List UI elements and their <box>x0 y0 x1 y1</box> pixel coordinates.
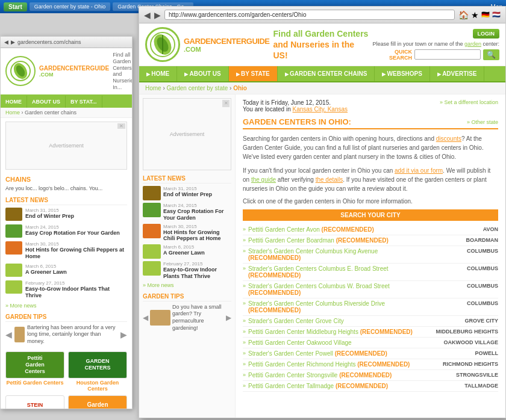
recommended-badge-10: (RECOMMENDED) <box>335 350 387 357</box>
browser-home-icon[interactable]: 🏠 <box>458 10 469 20</box>
recommended-badge-5: (RECOMMENDED) <box>248 289 301 296</box>
intro-text-1: Searching for garden centers in Ohio wit… <box>243 134 498 161</box>
breadcrumb-home[interactable]: Home <box>145 85 161 91</box>
gc-name-4: Strader's Garden Centers Columbus E. Bro… <box>248 265 438 279</box>
bg-browser-bar: ◀ ▶ gardencenters.com/chains <box>1 37 132 48</box>
browser-chrome: ◀ ▶ http://www.gardencenters.com/garden-… <box>139 7 505 23</box>
gc-arrow-13: » <box>243 383 246 389</box>
nav-home[interactable]: HOME <box>139 66 177 81</box>
start-button[interactable]: Start <box>4 2 27 11</box>
gc-item-2[interactable]: » Pettiti Garden Center Boardman (RECOMM… <box>243 235 498 246</box>
sidebar-news-link-2[interactable]: Easy Crop Rotation For Your Garden <box>163 208 231 221</box>
sidebar-news-date-4: March 6, 2015 <box>163 244 205 250</box>
gc-city-4: COLUMBUS <box>438 265 498 271</box>
gc-arrow-8: » <box>243 329 246 335</box>
bg-news-item-4: March 6, 2015 A Greener Lawn <box>5 264 127 277</box>
search-go-button[interactable]: 🔍 <box>483 49 499 60</box>
guide-link[interactable]: the guide <box>251 176 276 183</box>
nav-webshops[interactable]: WEBSHOPS <box>375 66 430 81</box>
login-button[interactable]: LOGIN <box>473 29 500 39</box>
bg-tips-thumb <box>14 327 25 342</box>
bg-ad-x[interactable]: ✕ <box>117 123 125 129</box>
gc-item-8[interactable]: » Pettiti Garden Center Middleburg Heigh… <box>243 327 498 338</box>
browser-forward-btn[interactable]: ▶ <box>154 10 161 20</box>
bg-nav-home[interactable]: HOME <box>1 96 27 108</box>
bg-logo-area: GARDENCENTERGUIDE .COM Find all Garden C… <box>1 48 132 96</box>
set-location[interactable]: » Set a different location <box>440 99 498 105</box>
gc-item-9[interactable]: » Pettiti Garden Center Oakwood Village … <box>243 338 498 348</box>
bg-chain-logo-stein[interactable]: STEINgarden & gifts Stein Garden & Gifts <box>5 395 64 409</box>
bg-news-content-2: March 24, 2015 Easy Crop Rotation For Yo… <box>25 224 120 236</box>
breadcrumb-state[interactable]: Garden center by state <box>167 85 228 91</box>
browser-star-icon[interactable]: ★ <box>471 10 479 20</box>
discounts-link[interactable]: discounts <box>436 135 461 142</box>
bg-tip-prev-arrow[interactable]: ◀ <box>5 330 12 339</box>
bg-news-title-2[interactable]: Easy Crop Rotation For Your Garden <box>25 230 120 236</box>
gc-arrow-7: » <box>243 318 246 324</box>
nav-bystate[interactable]: BY STATE <box>229 66 278 81</box>
browser-flag-icon[interactable]: 🇩🇪 <box>481 11 490 19</box>
bg-news-title-4[interactable]: A Greener Lawn <box>25 269 67 275</box>
bg-nav-about[interactable]: ABOUT US <box>27 96 66 108</box>
bg-news-item-2: March 24, 2015 Easy Crop Rotation For Yo… <box>5 224 127 238</box>
gc-item-11[interactable]: » Pettiti Garden Center Richmond Heights… <box>243 359 498 370</box>
bg-tip-next-arrow[interactable]: ▶ <box>120 330 127 339</box>
bg-forward-arrow[interactable]: ▶ <box>11 39 15 45</box>
sidebar-news-thumb-1 <box>143 186 161 200</box>
bg-chain-logo-pettiti[interactable]: PettitiGardenCenters Pettiti Garden Cent… <box>5 351 64 392</box>
sidebar-news-title: LATEST NEWS <box>143 175 231 184</box>
bg-breadcrumb-home[interactable]: Home <box>5 110 20 116</box>
browser-back-btn[interactable]: ◀ <box>144 10 151 20</box>
bg-chain-logo-gardenridge[interactable]: GardenRidge Garden Ridge <box>68 395 127 409</box>
gc-item-5[interactable]: » Strader's Garden Centers Columbus W. B… <box>243 281 498 298</box>
bg-tips-title: GARDEN TIPS <box>5 313 127 322</box>
recommended-badge-12: (RECOMMENDED) <box>339 372 392 378</box>
tips-prev-arrow[interactable]: ◀ <box>143 313 148 322</box>
gc-item-6[interactable]: » Strader's Garden Center Columbus River… <box>243 298 498 316</box>
bg-news-title-1[interactable]: End of Winter Prep <box>25 213 74 219</box>
nav-chains[interactable]: GARDEN CENTER CHAINS <box>278 66 375 81</box>
nav-about[interactable]: ABOUT US <box>177 66 228 81</box>
location-link[interactable]: Kansas City, Kansas <box>292 106 348 113</box>
gc-item-1[interactable]: » Pettiti Garden Center Avon (RECOMMENDE… <box>243 224 498 235</box>
section-title: GARDEN CENTERS IN OHIO: » Other state <box>243 117 498 129</box>
gc-item-4[interactable]: » Strader's Garden Centers Columbus E. B… <box>243 264 498 281</box>
address-bar[interactable]: http://www.gardencenters.com/garden-cent… <box>164 10 455 20</box>
taskbar-item-1[interactable]: Garden center by state - Ohio <box>30 2 111 11</box>
gc-name-11: Pettiti Garden Center Richmond Heights (… <box>248 361 438 368</box>
bg-news-thumb-1 <box>5 208 22 221</box>
gc-item-13[interactable]: » Pettiti Garden Center Tallmadge (RECOM… <box>243 381 498 392</box>
recommended-badge-13: (RECOMMENDED) <box>336 383 388 389</box>
search-input[interactable] <box>414 49 481 60</box>
details-link[interactable]: the details <box>316 176 343 183</box>
other-state-link[interactable]: » Other state <box>467 119 498 125</box>
add-form-link[interactable]: add it via our form <box>395 167 443 174</box>
gc-item-3[interactable]: » Strader's Garden Center Columbus King … <box>243 246 498 264</box>
site-logo-name: GARDENCENTERGUIDE <box>184 37 269 46</box>
sidebar-news-link-1[interactable]: End of Winter Prep <box>163 191 212 198</box>
bg-back-arrow[interactable]: ◀ <box>4 39 8 45</box>
bg-news-title-3[interactable]: Hot Hints for Growing Chili Peppers at H… <box>25 247 127 260</box>
sidebar-news-link-4[interactable]: A Greener Lawn <box>163 250 205 256</box>
gc-city-7: GROVE CITY <box>438 318 498 324</box>
sidebar-news-link-5[interactable]: Easy-to-Grow Indoor Plants That Thrive <box>163 267 231 280</box>
sidebar-news-thumb-2 <box>143 203 161 217</box>
browser-flag2-icon[interactable]: 🇳🇱 <box>492 11 501 19</box>
gc-arrow-4: » <box>243 265 246 271</box>
bg-news-title-5[interactable]: Easy-to-Grow Indoor Plants That Thrive <box>25 286 127 299</box>
bg-chain-logo-houston[interactable]: GARDENCENTERS Houston Garden Centers <box>68 351 127 392</box>
bg-nav-bystate[interactable]: BY STAT... <box>66 96 102 108</box>
nav-advertise[interactable]: ADVERTISE <box>430 66 484 81</box>
gc-item-10[interactable]: » Strader's Garden Center Powell (RECOMM… <box>243 348 498 359</box>
ad-close-btn[interactable]: ✕ <box>222 100 230 107</box>
gc-item-7[interactable]: » Strader's Garden Center Grove City GRO… <box>243 316 498 327</box>
bg-more-news[interactable]: » More news <box>5 303 127 309</box>
gc-arrow-3: » <box>243 248 246 254</box>
sidebar-more-news[interactable]: » More news <box>143 282 231 288</box>
tips-next-arrow[interactable]: ▶ <box>226 313 231 322</box>
main-nav: HOME ABOUT US BY STATE GARDEN CENTER CHA… <box>139 66 505 82</box>
gc-item-12[interactable]: » Pettiti Garden Center Strongsville (RE… <box>243 370 498 381</box>
sidebar-news-link-3[interactable]: Hot Hints for Growing Chili Peppers at H… <box>163 229 231 242</box>
sidebar-tips-section: GARDEN TIPS ◀ Do you have a small garden… <box>143 293 231 332</box>
click-info-text: Click on one of the garden centers in Oh… <box>243 198 498 205</box>
